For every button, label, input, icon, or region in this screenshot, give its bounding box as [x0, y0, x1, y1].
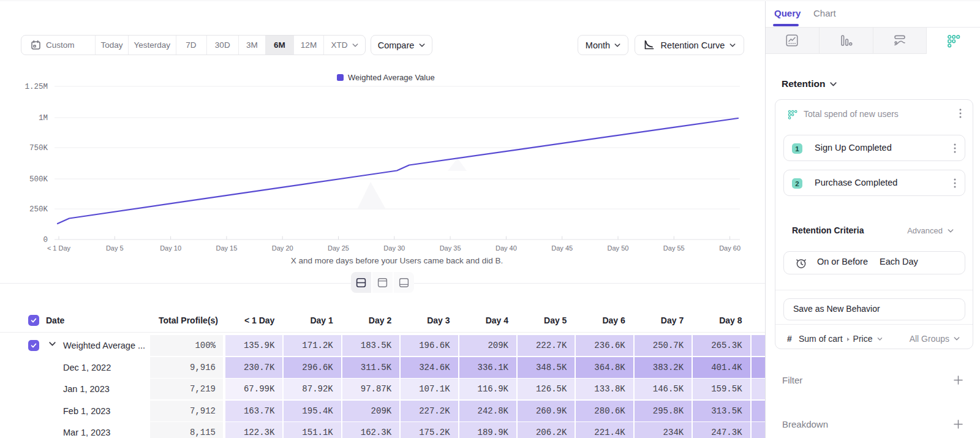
svg-text:Day 25: Day 25: [328, 244, 349, 252]
svg-text:Day 10: Day 10: [160, 244, 181, 252]
svg-text:Day 60: Day 60: [719, 244, 741, 252]
svg-text:Day 15: Day 15: [216, 244, 237, 252]
svg-text:750K: 750K: [29, 144, 48, 153]
svg-text:Day 35: Day 35: [440, 244, 461, 252]
svg-text:500K: 500K: [29, 175, 48, 184]
svg-text:Day 30: Day 30: [383, 244, 405, 252]
svg-text:Day 20: Day 20: [272, 244, 293, 252]
svg-text:1.25M: 1.25M: [24, 83, 48, 91]
svg-text:Day 40: Day 40: [496, 244, 517, 252]
svg-text:Day 5: Day 5: [106, 244, 124, 252]
svg-text:0: 0: [43, 236, 48, 244]
svg-text:Day 50: Day 50: [608, 244, 629, 252]
svg-text:Day 45: Day 45: [551, 244, 573, 252]
svg-text:250K: 250K: [29, 205, 48, 214]
svg-text:1M: 1M: [39, 114, 48, 123]
svg-text:< 1 Day: < 1 Day: [47, 244, 71, 252]
svg-text:X and more days before your Us: X and more days before your Users came b…: [291, 256, 503, 265]
svg-text:Day 55: Day 55: [663, 244, 685, 252]
